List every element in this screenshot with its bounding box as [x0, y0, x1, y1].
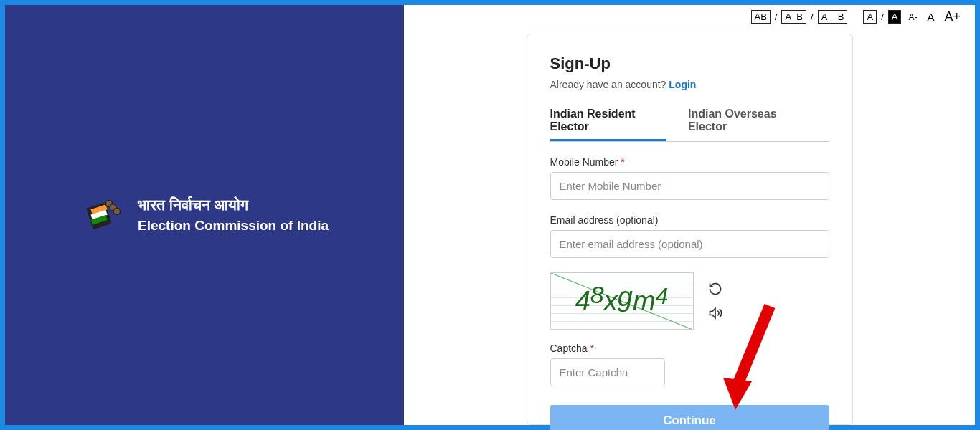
already-text: Already have an account?: [550, 79, 669, 90]
brand-titles: भारत निर्वाचन आयोग Election Commission o…: [138, 196, 329, 234]
theme-light-button[interactable]: A: [863, 10, 877, 24]
spacing-a-b-button[interactable]: A_B: [781, 10, 806, 24]
already-account-text: Already have an account? Login: [550, 79, 829, 90]
required-asterisk: *: [590, 343, 594, 354]
mobile-label-text: Mobile Number: [550, 156, 621, 168]
mobile-input[interactable]: [550, 172, 829, 200]
captcha-glyph: 8: [590, 281, 604, 308]
email-input[interactable]: [550, 230, 829, 258]
captcha-row: 48xgm4: [550, 272, 829, 330]
refresh-icon[interactable]: [708, 282, 722, 296]
font-default-button[interactable]: A: [924, 11, 937, 23]
captcha-glyph: 4: [575, 286, 590, 316]
elector-tabs: Indian Resident Elector Indian Overseas …: [550, 102, 829, 142]
audio-icon[interactable]: [708, 306, 722, 320]
svg-point-6: [113, 208, 120, 214]
eci-logo-icon: [84, 196, 123, 235]
captcha-input[interactable]: [550, 358, 665, 386]
brand-title-en: Election Commission of India: [138, 218, 329, 234]
font-increase-button[interactable]: A+: [941, 9, 963, 24]
captcha-glyph: 4: [656, 283, 669, 309]
captcha-glyph: x: [604, 286, 618, 316]
continue-button[interactable]: Continue: [550, 405, 829, 430]
captcha-text: 48xgm4: [575, 285, 669, 317]
font-decrease-button[interactable]: A-: [905, 12, 920, 22]
signup-card: Sign-Up Already have an account? Login I…: [527, 34, 853, 425]
spacing-ab-button[interactable]: AB: [751, 10, 771, 24]
captcha-glyph: m: [633, 286, 656, 316]
theme-dark-button[interactable]: A: [888, 10, 902, 24]
card-title: Sign-Up: [550, 54, 829, 73]
separator: /: [811, 11, 814, 22]
svg-marker-7: [710, 308, 715, 317]
tab-overseas-elector[interactable]: Indian Overseas Elector: [688, 102, 808, 141]
captcha-label-text: Captcha: [550, 343, 590, 354]
required-asterisk: *: [621, 156, 624, 168]
tab-resident-elector[interactable]: Indian Resident Elector: [550, 102, 666, 141]
captcha-glyph: g: [618, 282, 633, 312]
email-label: Email address (optional): [550, 214, 829, 226]
separator: /: [881, 11, 884, 22]
logo-area: भारत निर्वाचन आयोग Election Commission o…: [84, 196, 329, 235]
accessibility-bar: AB / A_B / A__B A / A A- A A+: [751, 9, 964, 24]
spacing-a--b-button[interactable]: A__B: [818, 10, 848, 24]
mobile-label: Mobile Number *: [550, 156, 829, 168]
separator: /: [775, 11, 778, 22]
captcha-label: Captcha *: [550, 343, 829, 354]
login-link[interactable]: Login: [669, 79, 696, 90]
captcha-image: 48xgm4: [550, 272, 694, 330]
brand-title-hi: भारत निर्वाचन आयोग: [138, 196, 329, 214]
form-panel: AB / A_B / A__B A / A A- A A+ Sign-Up Al…: [404, 5, 975, 425]
brand-panel: भारत निर्वाचन आयोग Election Commission o…: [5, 5, 404, 425]
captcha-controls: [708, 282, 722, 320]
